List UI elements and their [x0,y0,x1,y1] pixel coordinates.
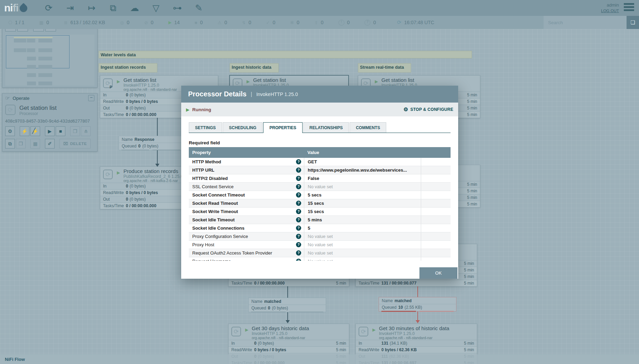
status-active-threads: ▦0 [39,20,49,25]
stat-value: 0 bytes / 62.36 KB [381,347,417,352]
copy-button[interactable]: ⧉ [5,139,15,149]
stop-button[interactable]: ■ [56,126,65,136]
remote-process-group-icon[interactable]: ☁ [127,2,142,14]
start-button[interactable]: ▶ [45,126,55,136]
minimap-component-shape [38,82,52,85]
breadcrumb[interactable]: NiFi Flow [0,354,639,364]
property-extra-cell [421,191,451,199]
operate-panel: ☞ Operate – ⟳ Get station list Processor… [2,93,98,152]
property-extra-cell [421,241,451,249]
property-cell: Request Username? [189,257,304,261]
minimap-component-shape [27,73,36,77]
property-name: SSL Context Service [189,184,296,189]
stat-value: 0 bytes / 0 bytes [126,99,158,104]
breadcrumb-root[interactable]: NiFi Flow [5,357,25,362]
properties-table-header: Property Value [189,147,451,158]
property-name: Request Username [189,259,296,261]
configuration-button[interactable]: ⚙ [5,126,15,136]
connection-label[interactable]: NameResponseQueued0(0 bytes) [119,136,183,150]
property-extra-cell [421,249,451,257]
output-port-icon[interactable]: ↦ [84,2,99,14]
search-input[interactable] [544,20,627,26]
help-icon[interactable]: ? [296,217,301,222]
stat-window: 5 min [467,195,477,200]
template-icon[interactable]: ⊶ [170,2,185,14]
help-icon[interactable]: ? [296,201,301,206]
stat-label: In [231,341,254,346]
funnel-icon[interactable]: ▽ [148,2,164,14]
processor-name: Get station list [253,77,286,83]
stop-and-configure-button[interactable]: ⚙ STOP & CONFIGURE [404,106,453,113]
stat-window: 5 min [467,112,477,117]
logo-text-ni: ni [4,3,13,13]
operate-collapse-button[interactable]: – [88,95,94,101]
tab-scheduling[interactable]: SCHEDULING [223,122,262,133]
help-icon[interactable]: ? [296,226,301,231]
tab-settings[interactable]: SETTINGS [189,122,222,133]
required-field-note: Required field [189,140,451,145]
global-menu-icon[interactable] [624,3,634,12]
run-status-icon: ▶ [117,79,120,84]
refresh-icon[interactable]: ⟳ [397,19,401,26]
status-running: ▶14 [168,20,180,25]
connection-label[interactable]: NamematchedQueued10(2.55 KB) [379,297,456,312]
queued-label: Queued [382,305,397,310]
property-cell: Proxy Host? [189,241,304,249]
help-icon[interactable]: ? [296,159,301,164]
property-name: Socket Idle Connections [189,226,296,231]
tab-comments[interactable]: COMMENTS [350,122,386,133]
process-group-icon[interactable]: ⧉ [105,2,121,14]
stop-and-configure-label: STOP & CONFIGURE [410,107,453,112]
save-template-icon: ❐ [73,128,77,134]
property-row: Request Username?No value set [189,257,451,261]
label-stream-real-time-data[interactable]: Stream real-time data [358,63,411,73]
ok-button[interactable]: OK [419,267,457,279]
help-icon[interactable]: ? [296,242,301,247]
change-color-button[interactable]: ✐ [45,139,55,149]
stat-label: Out [103,106,126,111]
logo-text-fi: fi [13,3,18,13]
property-row: HTTP URL?https://www.pegelonline.wsv.de/… [189,166,451,174]
property-cell: Socket Read Timeout? [189,199,304,207]
property-row: Socket Idle Connections?5 [189,224,451,232]
help-icon[interactable]: ? [296,176,301,181]
processor-type: InvokeHTTP 1.25.0 [123,83,159,88]
connection-label[interactable]: NamematchedQueued0(0 bytes) [248,298,326,312]
connection-name-value: Response [135,137,154,142]
processor-stat-row: Tasks/Time131 / 00:00:00.0775 min [356,280,477,286]
connection-arrowhead-icon [416,320,420,325]
help-icon[interactable]: ? [296,192,301,198]
tab-properties[interactable]: PROPERTIES [263,122,302,133]
stat-value: 0 / 00:00:00.000 [126,112,156,117]
search-document-icon[interactable]: ❏ [627,16,639,29]
processor-header: ⟳▶Get 30 days historic dataInvokeHTTP 1.… [229,324,349,340]
property-value: 5 mins [304,216,421,224]
input-port-icon[interactable]: ⇥ [63,2,78,14]
birdseye-minimap[interactable] [5,35,94,86]
enable-button[interactable]: ⚡ [20,126,29,136]
disable-button[interactable]: ⚡╱ [30,126,40,136]
status-disabled-count: 0 [249,20,251,25]
configuration-icon: ⚙ [8,128,12,134]
help-icon[interactable]: ? [296,250,301,256]
processor-icon[interactable]: ⟳ [41,2,56,14]
stat-value: 131(34.1 KB) [381,341,407,346]
help-icon[interactable]: ? [296,167,301,173]
running-status-icon: ▶ [186,107,189,112]
stat-window: 5 min [467,202,477,207]
properties-table: Property Value HTTP Method?GETHTTP URL?h… [189,147,451,261]
property-cell: Socket Connect Timeout? [189,191,304,199]
label-water-levels-data[interactable]: Water levels data [99,51,472,58]
property-value: 15 secs [304,208,421,215]
help-icon[interactable]: ? [296,184,301,189]
help-icon[interactable]: ? [296,209,301,214]
logout-link[interactable]: LOG OUT [601,8,619,13]
minimap-component-shape [27,39,35,42]
label-icon[interactable]: ✎ [191,2,206,14]
stat-window: 5 min [336,347,346,352]
tab-relationships[interactable]: RELATIONSHIPS [303,122,349,133]
label-ingest-historic-data[interactable]: Ingest historic data [230,63,279,73]
help-icon[interactable]: ? [296,259,301,261]
label-ingest-station-records[interactable]: Ingest station records [99,63,157,73]
help-icon[interactable]: ? [296,234,301,239]
